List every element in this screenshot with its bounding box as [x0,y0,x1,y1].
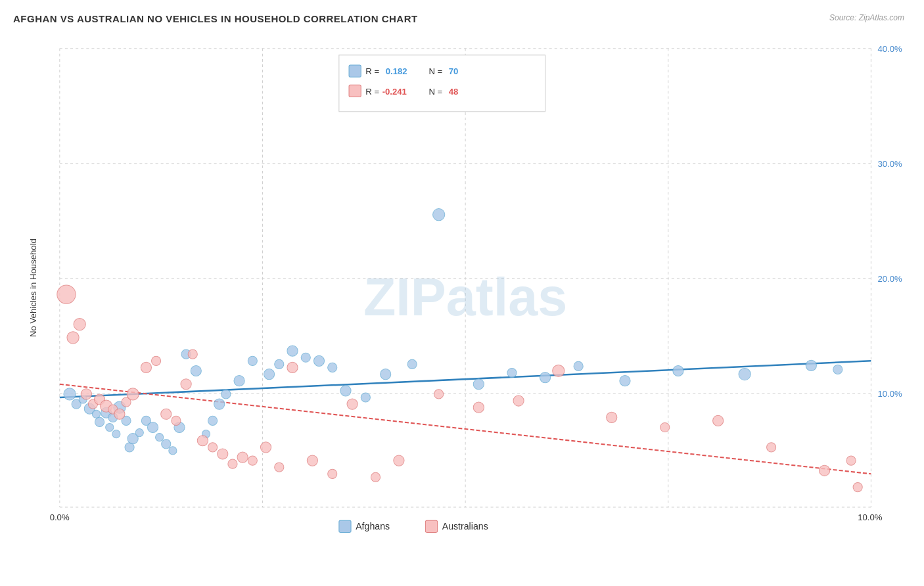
svg-point-105 [287,362,298,372]
svg-point-50 [169,447,177,455]
svg-text:ZIPatlas: ZIPatlas [363,267,567,327]
svg-point-119 [819,465,829,476]
svg-point-115 [607,412,617,422]
svg-point-95 [181,379,191,390]
svg-point-90 [67,332,79,344]
chart-title: AFGHAN VS AUSTRALIAN NO VEHICLES IN HOUS… [13,13,904,24]
svg-point-55 [208,416,217,425]
svg-point-87 [114,409,125,419]
svg-text:20.0%: 20.0% [878,274,903,284]
svg-point-47 [147,422,158,432]
svg-point-113 [513,395,524,406]
svg-point-93 [161,409,172,419]
svg-point-101 [237,452,248,462]
svg-point-89 [127,388,139,400]
svg-point-111 [434,390,444,399]
svg-point-67 [361,393,370,402]
svg-point-103 [260,442,271,453]
svg-point-98 [208,443,217,452]
svg-point-31 [64,388,76,400]
svg-point-107 [328,469,337,478]
svg-point-66 [340,386,351,396]
svg-point-72 [507,368,517,377]
chart-area: 40.0% 30.0% 20.0% 10.0% 0.0% 10.0% No Ve… [13,31,904,545]
svg-text:-0.241: -0.241 [382,87,407,97]
svg-text:10.0%: 10.0% [878,389,903,399]
scatter-chart: 40.0% 30.0% 20.0% 10.0% 0.0% 10.0% No Ve… [13,31,904,545]
svg-point-58 [234,376,244,386]
svg-point-36 [95,417,104,426]
svg-point-64 [313,355,324,366]
svg-text:R =: R = [365,66,379,76]
svg-point-42 [112,430,120,438]
svg-text:0.0%: 0.0% [50,512,70,522]
svg-point-57 [221,390,231,399]
svg-text:No Vehicles in Household: No Vehicles in Household [28,238,38,337]
svg-point-108 [347,399,358,409]
svg-point-116 [660,422,670,432]
svg-rect-122 [339,520,351,532]
svg-point-82 [81,389,91,399]
svg-point-112 [473,402,484,413]
svg-point-69 [407,359,417,369]
svg-point-121 [853,482,862,491]
svg-point-76 [673,365,683,376]
svg-point-117 [713,415,724,426]
svg-point-49 [162,440,171,449]
svg-point-92 [151,356,160,365]
svg-text:N =: N = [428,87,442,97]
svg-point-80 [57,285,76,304]
svg-point-56 [214,399,225,409]
source-label: Source: ZipAtlas.com [829,13,904,22]
svg-point-60 [264,369,275,379]
svg-point-94 [172,416,181,425]
svg-rect-24 [349,85,361,97]
svg-point-110 [394,455,404,466]
svg-point-100 [228,459,237,468]
svg-text:48: 48 [449,87,459,97]
svg-point-35 [92,410,100,418]
svg-rect-124 [425,520,437,532]
svg-line-29 [60,361,871,397]
svg-point-81 [74,319,85,330]
svg-point-45 [135,429,143,437]
svg-point-48 [156,434,164,441]
svg-text:Afghans: Afghans [356,521,390,531]
svg-point-109 [371,472,380,482]
svg-point-39 [106,423,114,431]
svg-text:N =: N = [428,66,442,76]
svg-point-99 [218,449,228,459]
svg-point-104 [275,462,284,472]
svg-text:40.0%: 40.0% [878,44,903,54]
svg-point-53 [191,365,201,376]
svg-text:70: 70 [449,66,459,76]
svg-rect-19 [349,65,361,77]
chart-container: AFGHAN VS AUSTRALIAN NO VEHICLES IN HOUS… [0,0,924,586]
svg-text:R =: R = [365,87,379,97]
svg-point-102 [248,456,257,465]
svg-point-91 [141,362,151,372]
svg-point-73 [540,372,550,383]
svg-point-71 [473,379,484,390]
svg-point-63 [301,353,310,362]
svg-text:Australians: Australians [442,521,488,531]
svg-point-77 [739,368,751,380]
svg-point-114 [553,365,565,376]
svg-point-97 [197,436,208,446]
svg-point-118 [767,443,776,452]
svg-point-78 [806,360,816,371]
svg-point-61 [275,359,284,369]
svg-point-96 [188,349,197,359]
svg-text:10.0%: 10.0% [858,512,883,522]
svg-rect-18 [339,55,545,112]
svg-point-68 [381,369,391,379]
svg-point-106 [307,455,317,466]
svg-point-79 [833,365,843,374]
svg-point-74 [574,361,583,371]
svg-point-59 [248,356,257,365]
svg-point-65 [328,363,337,372]
svg-text:30.0%: 30.0% [878,159,903,169]
svg-point-62 [287,346,298,356]
svg-text:0.182: 0.182 [386,66,407,76]
svg-point-70 [433,209,445,221]
